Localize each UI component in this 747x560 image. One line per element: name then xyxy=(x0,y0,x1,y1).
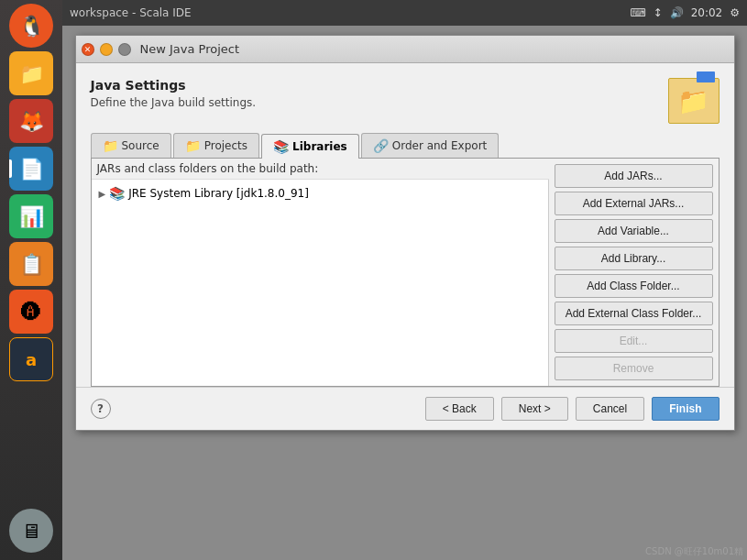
tabs: 📁 Source 📁 Projects 📚 Libraries 🔗 Order … xyxy=(91,133,720,159)
volume-icon: 🔊 xyxy=(670,6,684,19)
sidebar-item-amazon[interactable]: a xyxy=(9,337,53,381)
network-icon: ↕ xyxy=(654,6,663,19)
wizard-header-text: Java Settings Define the Java build sett… xyxy=(91,78,257,109)
remove-button[interactable]: Remove xyxy=(555,357,713,380)
wizard-heading: Java Settings xyxy=(91,78,257,93)
dialog-titlebar: ✕ New Java Project xyxy=(76,36,734,63)
minimize-button[interactable] xyxy=(100,43,113,56)
tab-libraries[interactable]: 📚 Libraries xyxy=(261,134,359,159)
list-header: JARs and class folders on the build path… xyxy=(92,159,549,180)
add-jars-button[interactable]: Add JARs... xyxy=(555,164,713,188)
sidebar-item-files[interactable]: 📁 xyxy=(9,51,53,95)
dialog-title: New Java Project xyxy=(140,42,240,56)
taskbar-time: 20:02 xyxy=(691,6,723,19)
taskbar-left: workspace - Scala IDE xyxy=(70,6,192,19)
wizard-description: Define the Java build settings. xyxy=(91,96,257,109)
watermark: CSDN @旺仔10m01精 xyxy=(645,545,743,558)
tab-order-export[interactable]: 🔗 Order and Export xyxy=(361,133,500,158)
button-panel: Add JARs... Add External JARs... Add Var… xyxy=(549,159,719,386)
wizard-header: Java Settings Define the Java build sett… xyxy=(91,78,720,124)
taskbar: workspace - Scala IDE ⌨ ↕ 🔊 20:02 ⚙ xyxy=(62,0,747,26)
next-button[interactable]: Next > xyxy=(501,397,568,421)
library-panel: JARs and class folders on the build path… xyxy=(91,159,720,387)
dialog-body: Java Settings Define the Java build sett… xyxy=(76,63,734,387)
sidebar-item-writer[interactable]: 📄 xyxy=(9,147,53,191)
expand-arrow-icon: ▶ xyxy=(99,189,106,199)
cancel-button[interactable]: Cancel xyxy=(576,397,644,421)
main-area: workspace - Scala IDE ⌨ ↕ 🔊 20:02 ⚙ ✕ Ne… xyxy=(62,0,747,560)
dialog-footer: ? < Back Next > Cancel Finish xyxy=(76,387,734,430)
window-title: workspace - Scala IDE xyxy=(70,6,192,19)
add-external-jars-button[interactable]: Add External JARs... xyxy=(555,192,713,215)
add-library-button[interactable]: Add Library... xyxy=(555,247,713,270)
tab-source[interactable]: 📁 Source xyxy=(91,133,171,158)
tab-source-label: Source xyxy=(122,139,159,152)
sidebar-item-presentation[interactable]: 📋 xyxy=(9,242,53,286)
list-item[interactable]: ▶ 📚 JRE System Library [jdk1.8.0_91] xyxy=(95,183,544,203)
tab-order-export-label: Order and Export xyxy=(392,139,488,152)
jre-library-label: JRE System Library [jdk1.8.0_91] xyxy=(128,187,309,200)
list-area[interactable]: ▶ 📚 JRE System Library [jdk1.8.0_91] xyxy=(92,180,549,386)
library-icon: 📚 xyxy=(109,186,125,201)
sidebar-item-ubuntu[interactable]: 🐧 xyxy=(9,4,53,48)
close-button[interactable]: ✕ xyxy=(82,43,94,56)
sidebar: 🐧 📁 🦊 📄 📊 📋 🅐 a 🖥 xyxy=(0,0,62,560)
tab-projects-label: Projects xyxy=(204,139,247,152)
edit-button[interactable]: Edit... xyxy=(555,329,713,353)
libraries-tab-icon: 📚 xyxy=(273,139,289,154)
taskbar-right: ⌨ ↕ 🔊 20:02 ⚙ xyxy=(630,6,740,19)
order-export-tab-icon: 🔗 xyxy=(373,138,389,153)
add-external-class-folder-button[interactable]: Add External Class Folder... xyxy=(555,302,713,325)
sidebar-item-spreadsheet[interactable]: 📊 xyxy=(9,194,53,238)
sidebar-item-browser[interactable]: 🦊 xyxy=(9,99,53,143)
wizard-icon: 📁 xyxy=(668,78,720,124)
keyboard-icon: ⌨ xyxy=(630,6,645,19)
sidebar-item-appstore[interactable]: 🅐 xyxy=(9,290,53,334)
dialog: ✕ New Java Project Java Settings Define … xyxy=(75,35,735,431)
footer-left: ? xyxy=(91,399,111,419)
tab-libraries-label: Libraries xyxy=(292,140,347,153)
source-tab-icon: 📁 xyxy=(103,138,118,153)
help-button[interactable]: ? xyxy=(91,399,111,419)
add-class-folder-button[interactable]: Add Class Folder... xyxy=(555,274,713,298)
finish-button[interactable]: Finish xyxy=(652,397,719,421)
back-button[interactable]: < Back xyxy=(425,397,494,421)
tab-projects[interactable]: 📁 Projects xyxy=(173,133,259,158)
maximize-button[interactable] xyxy=(118,43,131,56)
system-settings-icon[interactable]: ⚙ xyxy=(730,6,740,19)
projects-tab-icon: 📁 xyxy=(185,138,201,153)
sidebar-item-settings[interactable]: 🖥 xyxy=(9,509,53,553)
content-area: ✕ New Java Project Java Settings Define … xyxy=(62,26,747,560)
footer-right: < Back Next > Cancel Finish xyxy=(425,397,720,421)
add-variable-button[interactable]: Add Variable... xyxy=(555,219,713,243)
